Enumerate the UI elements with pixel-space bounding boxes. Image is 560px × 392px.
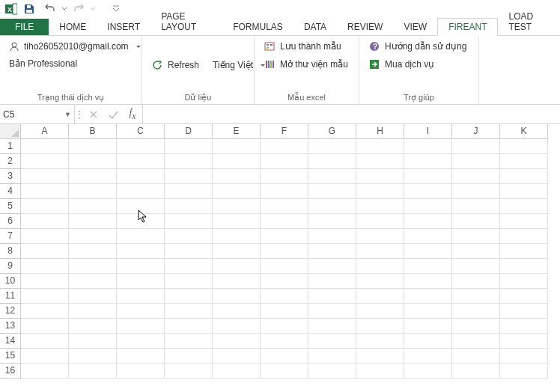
cell[interactable] [213,289,261,304]
col-header[interactable]: J [452,124,500,139]
cell[interactable] [404,169,452,184]
cell[interactable] [69,289,117,304]
cell[interactable] [21,289,69,304]
cell[interactable] [356,184,404,199]
col-header[interactable]: F [261,124,308,139]
cell[interactable] [261,274,308,289]
row-header[interactable]: 8 [0,244,21,259]
cell[interactable] [356,319,404,334]
cell[interactable] [356,169,404,184]
cell[interactable] [21,184,69,199]
cell[interactable] [21,349,69,364]
formula-input[interactable] [142,105,560,123]
col-header[interactable]: K [500,124,548,139]
cell[interactable] [404,154,452,169]
cell[interactable] [69,214,117,229]
cell[interactable] [261,169,308,184]
cell[interactable] [404,319,452,334]
row-header[interactable]: 7 [0,229,21,244]
cell[interactable] [404,334,452,349]
cell[interactable] [165,349,213,364]
redo-dropdown-icon[interactable] [88,1,97,16]
name-box-input[interactable] [3,109,55,120]
cell[interactable] [404,244,452,259]
col-header[interactable]: C [117,124,165,139]
cell[interactable] [404,259,452,274]
undo-dropdown-icon[interactable] [60,1,69,16]
undo-icon[interactable] [42,1,58,16]
cell[interactable] [165,244,213,259]
fx-button[interactable]: fx [123,105,142,123]
cell[interactable] [21,274,69,289]
cell[interactable] [356,154,404,169]
cell[interactable] [500,139,548,154]
cell[interactable] [404,139,452,154]
cell[interactable] [308,259,356,274]
cell[interactable] [308,169,356,184]
cell[interactable] [308,214,356,229]
cell[interactable] [356,139,404,154]
cell[interactable] [165,154,213,169]
cell[interactable] [308,349,356,364]
cell[interactable] [500,259,548,274]
cell[interactable] [69,304,117,319]
cell[interactable] [261,139,308,154]
cell[interactable] [452,229,500,244]
cell[interactable] [404,229,452,244]
cell[interactable] [261,334,308,349]
cell[interactable] [404,214,452,229]
cell[interactable] [117,214,165,229]
cell[interactable] [69,259,117,274]
cell[interactable] [500,184,548,199]
row-header[interactable]: 9 [0,259,21,274]
cell[interactable] [21,199,69,214]
cell[interactable] [21,214,69,229]
cell[interactable] [213,364,261,379]
cell[interactable] [452,289,500,304]
row-header[interactable]: 16 [0,364,21,379]
row-header[interactable]: 10 [0,274,21,289]
cell[interactable] [452,319,500,334]
row-header[interactable]: 13 [0,319,21,334]
row-header[interactable]: 11 [0,289,21,304]
cell[interactable] [356,334,404,349]
cell[interactable] [165,304,213,319]
cell[interactable] [21,304,69,319]
cell[interactable] [308,154,356,169]
cell[interactable] [21,229,69,244]
cell[interactable] [261,184,308,199]
cell[interactable] [213,169,261,184]
cell[interactable] [261,244,308,259]
cell[interactable] [69,274,117,289]
row-header[interactable]: 5 [0,199,21,214]
cell[interactable] [452,349,500,364]
cell[interactable] [452,199,500,214]
col-header[interactable]: G [308,124,356,139]
cell[interactable] [165,229,213,244]
cell[interactable] [308,199,356,214]
cell[interactable] [213,304,261,319]
cell[interactable] [117,229,165,244]
cell[interactable] [117,169,165,184]
cell[interactable] [308,334,356,349]
cell[interactable] [404,289,452,304]
cell[interactable] [500,304,548,319]
cell[interactable] [308,364,356,379]
cell[interactable] [69,199,117,214]
cell[interactable] [452,139,500,154]
tab-view[interactable]: VIEW [393,19,437,35]
cell[interactable] [452,154,500,169]
cell[interactable] [69,334,117,349]
cell[interactable] [356,259,404,274]
cell[interactable] [308,229,356,244]
save-icon[interactable] [21,1,37,16]
tab-data[interactable]: DATA [293,19,337,35]
cell[interactable] [117,274,165,289]
col-header[interactable]: A [21,124,69,139]
cell[interactable] [452,334,500,349]
name-box-dropdown-icon[interactable]: ▼ [64,111,71,118]
cell[interactable] [308,304,356,319]
cell[interactable] [356,199,404,214]
cell[interactable] [404,304,452,319]
cell[interactable] [21,364,69,379]
